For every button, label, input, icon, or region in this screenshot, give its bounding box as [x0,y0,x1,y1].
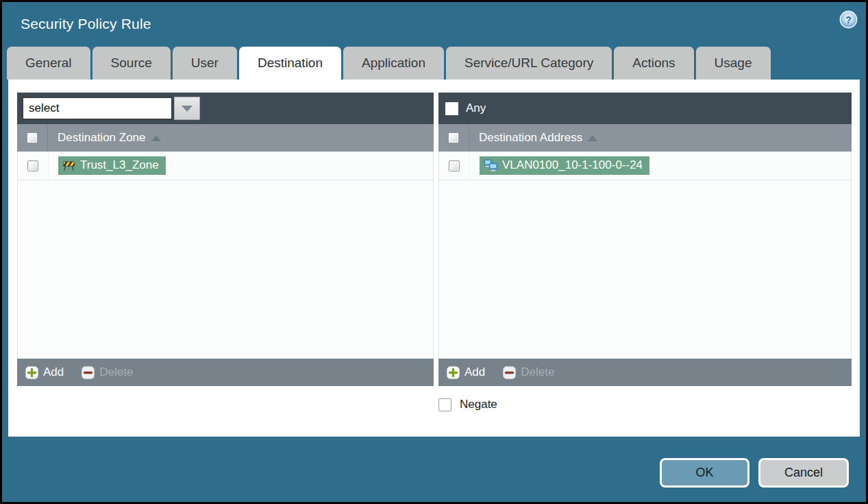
zone-select-all-cell [17,124,48,152]
zone-item[interactable]: Trust_L3_Zone [58,156,166,175]
cancel-button[interactable]: Cancel [758,458,849,488]
zone-add-label: Add [43,365,64,379]
address-delete-label: Delete [521,365,554,379]
address-panel-header: Any [438,93,852,124]
chevron-down-icon [182,106,193,112]
negate-label: Negate [460,398,497,411]
ok-button[interactable]: OK [660,458,749,488]
address-row-checkbox-cell [439,152,470,180]
tab-general[interactable]: General [7,47,90,80]
address-column-label: Destination Address [479,131,582,145]
table-row: VLAN0100_10-1-100-0--24 [439,152,851,180]
tab-source[interactable]: Source [92,47,171,80]
zone-delete-button[interactable]: Delete [82,365,133,379]
address-add-label: Add [464,365,485,379]
zone-select-combo [22,97,200,120]
security-policy-rule-dialog: Security Policy Rule ? General Source Us… [0,0,868,504]
negate-row: Negate [438,398,497,411]
svg-text:?: ? [845,14,852,25]
address-toolbar: Add Delete [438,359,852,386]
tab-service-url-category[interactable]: Service/URL Category [446,47,612,80]
zone-add-button[interactable]: Add [25,365,64,379]
zone-select-dropdown-button[interactable] [174,97,200,120]
zone-column-header: Destination Zone [17,124,434,152]
tab-usage[interactable]: Usage [696,47,771,80]
zone-item-label: Trust_L3_Zone [80,158,159,172]
address-select-all-cell [438,124,469,152]
zone-column-label: Destination Zone [58,131,146,145]
tab-application[interactable]: Application [343,47,444,80]
dialog-titlebar: Security Policy Rule ? [2,2,866,46]
address-item[interactable]: VLAN0100_10-1-100-0--24 [480,156,649,175]
any-checkbox[interactable] [445,102,458,115]
network-icon [484,159,497,171]
zone-panel-header [17,93,434,124]
address-add-button[interactable]: Add [447,365,485,379]
tab-user[interactable]: User [173,47,237,80]
destination-tab-content: Destination Zone [8,80,860,437]
table-row: Trust_L3_Zone [18,152,433,180]
tab-source-label: Source [111,56,152,71]
help-icon[interactable]: ? [839,10,858,29]
zone-icon [62,160,75,171]
sort-ascending-icon [588,135,597,141]
tab-usage-label: Usage [715,56,752,71]
tab-application-label: Application [362,56,425,71]
zone-row-checkbox[interactable] [27,160,38,171]
address-item-label: VLAN0100_10-1-100-0--24 [502,158,643,172]
any-row: Any [443,101,486,115]
delete-icon [82,366,95,379]
tab-actions-label: Actions [632,56,675,71]
delete-icon [503,366,516,379]
address-rows: VLAN0100_10-1-100-0--24 [438,152,852,359]
dialog-tabs: General Source User Destination Applicat… [7,47,771,80]
zone-rows: Trust_L3_Zone [17,152,434,359]
address-select-all-checkbox[interactable] [448,132,459,143]
tab-destination-label: Destination [258,56,323,71]
tab-service-url-category-label: Service/URL Category [464,56,593,71]
sort-ascending-icon [151,135,161,141]
dialog-title: Security Policy Rule [21,16,151,32]
zone-toolbar: Add Delete [17,359,434,386]
destination-address-panel: Any Destination Address [438,93,852,386]
address-column-label-wrap[interactable]: Destination Address [479,131,597,145]
address-row-checkbox[interactable] [449,160,460,171]
tab-general-label: General [25,56,72,71]
address-column-header: Destination Address [438,124,852,152]
zone-select-input[interactable] [22,97,173,120]
zone-select-all-checkbox[interactable] [27,132,38,143]
tab-destination[interactable]: Destination [239,47,341,80]
negate-checkbox[interactable] [438,398,451,411]
destination-zone-panel: Destination Zone [17,93,434,386]
any-label: Any [466,101,486,115]
add-icon [447,366,460,379]
zone-delete-label: Delete [99,365,133,379]
address-delete-button[interactable]: Delete [503,365,554,379]
tab-actions[interactable]: Actions [614,47,693,80]
zone-row-checkbox-cell [18,152,49,180]
tab-user-label: User [191,56,219,71]
add-icon [25,366,38,379]
zone-column-label-wrap[interactable]: Destination Zone [58,131,161,145]
